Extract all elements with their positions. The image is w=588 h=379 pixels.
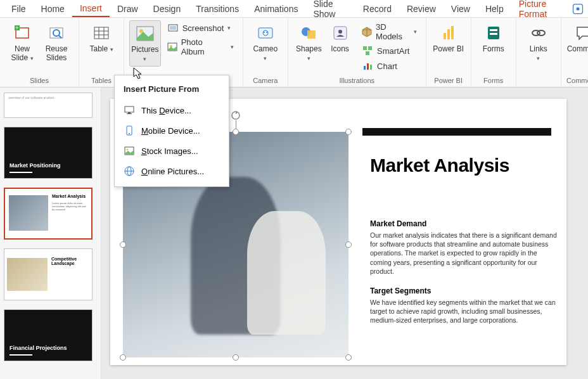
monitor-icon: [124, 105, 135, 116]
resize-handle[interactable]: [233, 129, 239, 135]
comment-button[interactable]: Comment: [566, 20, 588, 56]
chart-button[interactable]: Chart: [358, 58, 421, 74]
forms-label: Forms: [483, 44, 504, 53]
group-comments: Comment Comments: [561, 18, 588, 87]
section-body: Our market analysis indicates that there…: [370, 231, 560, 276]
rotate-handle[interactable]: [231, 110, 241, 120]
resize-handle[interactable]: [120, 241, 126, 248]
group-forms-label: Forms: [483, 75, 503, 86]
tab-home[interactable]: Home: [34, 1, 72, 16]
resize-handle[interactable]: [120, 354, 126, 361]
tab-draw[interactable]: Draw: [110, 1, 146, 16]
resize-handle[interactable]: [233, 354, 239, 361]
svg-rect-38: [451, 26, 454, 39]
screenshot-button[interactable]: Screenshot▾: [163, 20, 238, 35]
pictures-dropdown: Insert Picture From This Device... Mobil…: [114, 75, 229, 187]
cameo-label: Cameo▾: [253, 44, 278, 63]
comment-label: Comment: [567, 44, 588, 53]
thumb-slide-2[interactable]: Market Positioning: [4, 127, 93, 179]
pictures-button[interactable]: Pictures▾: [129, 20, 161, 67]
group-comments-label: Comments: [566, 75, 588, 86]
svg-rect-45: [125, 106, 134, 112]
svg-rect-31: [368, 46, 372, 50]
slide-thumbnails[interactable]: overview of our software product Market …: [0, 87, 101, 379]
ribbon: + New Slide ▾ Reuse Slides Slides Table …: [0, 18, 588, 87]
tab-file[interactable]: File: [4, 1, 34, 16]
menu-bar: File Home Insert Draw Design Transitions…: [0, 0, 588, 18]
insert-this-device[interactable]: This Device...: [115, 100, 229, 120]
svg-point-1: [577, 7, 580, 10]
new-slide-icon: +: [12, 23, 32, 43]
pictures-label: Pictures▾: [131, 45, 158, 63]
insert-stock-images[interactable]: Stock Images...: [115, 141, 229, 161]
tab-insert[interactable]: Insert: [72, 1, 110, 17]
thumb-slide-1[interactable]: overview of our software product: [4, 93, 93, 118]
shapes-button[interactable]: Shapes▾: [293, 20, 324, 65]
svg-rect-24: [307, 30, 316, 39]
icons-button[interactable]: Icons: [324, 20, 355, 56]
thumb-slide-3[interactable]: Market Analysis Lorem ipsum dolor sit am…: [4, 188, 93, 240]
photo-album-button[interactable]: Photo Album▾: [163, 35, 238, 58]
group-camera: Cameo▾ Camera: [243, 18, 288, 87]
group-illustrations: Shapes▾ Icons 3D Models▾ SmartArt Chart: [288, 18, 426, 87]
section-heading: Market Demand: [370, 219, 560, 228]
group-slides: + New Slide ▾ Reuse Slides Slides: [0, 18, 79, 87]
thumb-slide-4[interactable]: Competitive Landscape: [4, 248, 93, 300]
insert-online-pictures[interactable]: Online Pictures...: [115, 161, 229, 181]
resize-handle[interactable]: [345, 241, 352, 248]
svg-rect-16: [170, 26, 176, 30]
group-forms: Forms Forms: [471, 18, 516, 87]
resize-handle[interactable]: [345, 354, 352, 361]
reuse-slides-icon: [46, 23, 67, 43]
svg-rect-46: [128, 112, 131, 113]
forms-icon: [483, 23, 504, 43]
svg-point-51: [127, 149, 129, 151]
group-slides-label: Slides: [30, 75, 49, 86]
svg-rect-8: [94, 27, 108, 39]
smartart-button[interactable]: SmartArt: [358, 43, 421, 58]
svg-rect-37: [447, 29, 450, 39]
smartart-icon: [362, 45, 373, 56]
mobile-icon: [124, 125, 135, 136]
section-1[interactable]: Market Demand Our market analysis indica…: [370, 219, 560, 276]
copilot-icon[interactable]: [572, 2, 584, 16]
chart-icon: [362, 60, 373, 72]
svg-rect-41: [490, 33, 497, 35]
slide-title[interactable]: Market Analysis: [370, 155, 509, 176]
svg-point-43: [537, 30, 545, 35]
insert-mobile-device[interactable]: Mobile Device...: [115, 120, 229, 141]
group-illustrations-label: Illustrations: [339, 75, 374, 86]
shapes-label: Shapes▾: [296, 44, 322, 63]
svg-point-21: [264, 32, 265, 33]
section-2[interactable]: Target Segments We have identified key s…: [370, 286, 560, 325]
power-bi-label: Power BI: [433, 44, 464, 53]
cameo-icon: [255, 23, 276, 43]
dropdown-header: Insert Picture From: [115, 80, 229, 100]
svg-rect-32: [366, 51, 369, 55]
screenshot-icon: [167, 22, 179, 34]
cameo-button[interactable]: Cameo▾: [248, 20, 283, 65]
reuse-slides-button[interactable]: Reuse Slides: [39, 20, 74, 65]
forms-button[interactable]: Forms: [476, 20, 511, 56]
tab-help[interactable]: Help: [478, 1, 511, 16]
comment-icon: [573, 23, 588, 43]
new-slide-label: New Slide ▾: [6, 44, 38, 63]
power-bi-button[interactable]: Power BI: [431, 20, 466, 56]
tab-design[interactable]: Design: [146, 1, 189, 16]
tab-record[interactable]: Record: [355, 1, 399, 16]
stock-images-icon: [124, 145, 135, 157]
pictures-icon: [135, 23, 155, 44]
svg-rect-34: [367, 63, 369, 70]
3d-models-button[interactable]: 3D Models▾: [358, 20, 421, 43]
cube-icon: [362, 26, 372, 37]
links-button[interactable]: Links▾: [521, 20, 556, 65]
thumb-slide-5[interactable]: Financial Projections: [4, 309, 93, 361]
tab-view[interactable]: View: [444, 1, 478, 16]
tab-review[interactable]: Review: [399, 1, 444, 16]
tab-transitions[interactable]: Transitions: [188, 1, 246, 16]
tab-animations[interactable]: Animations: [246, 1, 305, 16]
power-bi-icon: [438, 23, 459, 43]
table-button[interactable]: Table ▾: [84, 20, 118, 56]
resize-handle[interactable]: [345, 129, 352, 135]
new-slide-button[interactable]: + New Slide ▾: [5, 20, 39, 65]
